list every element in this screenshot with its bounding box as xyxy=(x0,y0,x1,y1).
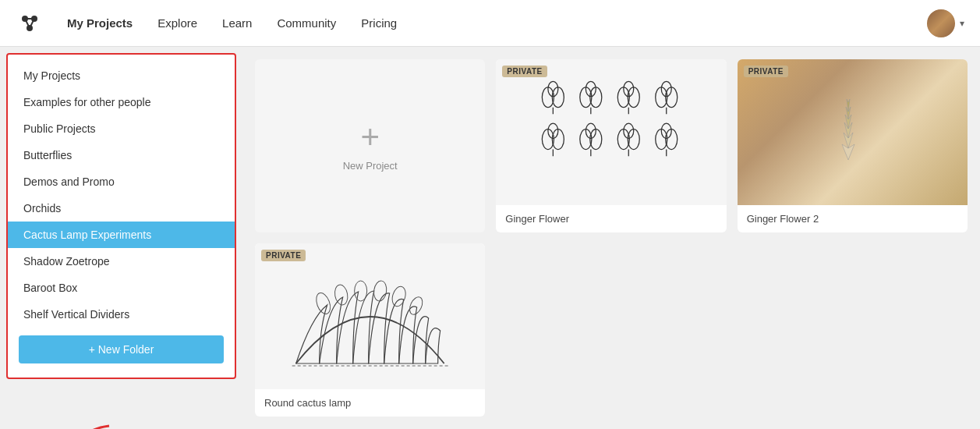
svg-point-20 xyxy=(662,81,672,96)
sidebar: My Projects Examples for other people Pu… xyxy=(6,53,236,379)
logo[interactable] xyxy=(16,9,44,37)
content-area: + New Project PRIVATE xyxy=(242,47,980,429)
card-image-ginger-flower: PRIVATE xyxy=(496,59,726,205)
card-image-ginger-flower-2: PRIVATE xyxy=(738,59,968,205)
sidebar-item-orchids[interactable]: Orchids xyxy=(8,195,235,222)
svg-point-32 xyxy=(624,123,634,138)
new-project-label: New Project xyxy=(343,160,398,172)
private-badge-2: PRIVATE xyxy=(744,66,788,77)
svg-point-16 xyxy=(624,81,634,96)
svg-point-44 xyxy=(390,285,408,307)
avatar[interactable] xyxy=(927,9,955,37)
sidebar-item-demos[interactable]: Demos and Promo xyxy=(8,168,235,195)
sidebar-item-shadow[interactable]: Shadow Zoetrope xyxy=(8,248,235,275)
plus-icon: + xyxy=(360,121,380,154)
svg-point-28 xyxy=(586,123,596,138)
new-folder-button[interactable]: + New Folder xyxy=(19,335,224,363)
sidebar-item-my-projects[interactable]: My Projects xyxy=(8,62,235,89)
private-badge: PRIVATE xyxy=(502,66,547,77)
main-layout: My Projects Examples for other people Pu… xyxy=(0,47,980,429)
chevron-down-icon: ▾ xyxy=(960,18,964,29)
sidebar-item-butterflies[interactable]: Butterflies xyxy=(8,142,235,168)
nav-pricing[interactable]: Pricing xyxy=(350,10,408,36)
svg-point-42 xyxy=(355,281,367,301)
card-ginger-flower-2[interactable]: PRIVATE Ginger Flower 2 xyxy=(738,59,968,232)
sidebar-item-baroot[interactable]: Baroot Box xyxy=(8,275,235,301)
private-badge-3: PRIVATE xyxy=(261,250,306,261)
sidebar-item-public[interactable]: Public Projects xyxy=(8,115,235,142)
svg-rect-38 xyxy=(805,82,899,183)
nav-learn[interactable]: Learn xyxy=(211,10,263,36)
card-label-ginger-flower-2: Ginger Flower 2 xyxy=(738,205,968,232)
card-label-ginger-flower: Ginger Flower xyxy=(496,205,726,232)
svg-point-36 xyxy=(662,123,672,138)
card-round-cactus[interactable]: PRIVATE xyxy=(255,243,485,417)
svg-point-43 xyxy=(373,280,387,302)
new-project-card[interactable]: + New Project xyxy=(255,59,485,232)
nav-community[interactable]: Community xyxy=(266,10,347,36)
header-right[interactable]: ▾ xyxy=(927,9,964,37)
main-nav: My Projects Explore Learn Community Pric… xyxy=(56,10,927,36)
svg-point-24 xyxy=(548,123,558,138)
arrow-annotation xyxy=(62,422,125,429)
sidebar-item-cactus[interactable]: Cactus Lamp Experiments xyxy=(8,222,235,248)
card-ginger-flower[interactable]: PRIVATE xyxy=(496,59,726,232)
card-label-round-cactus: Round cactus lamp xyxy=(255,389,485,417)
svg-point-12 xyxy=(586,81,596,96)
nav-my-projects[interactable]: My Projects xyxy=(56,10,143,36)
sidebar-item-examples[interactable]: Examples for other people xyxy=(8,89,235,115)
nav-explore[interactable]: Explore xyxy=(147,10,208,36)
svg-point-8 xyxy=(548,81,558,96)
card-image-round-cactus: PRIVATE xyxy=(255,243,485,389)
svg-point-40 xyxy=(313,291,333,316)
header: My Projects Explore Learn Community Pric… xyxy=(0,0,980,47)
sidebar-item-shelf[interactable]: Shelf Vertical Dividers xyxy=(8,301,235,328)
